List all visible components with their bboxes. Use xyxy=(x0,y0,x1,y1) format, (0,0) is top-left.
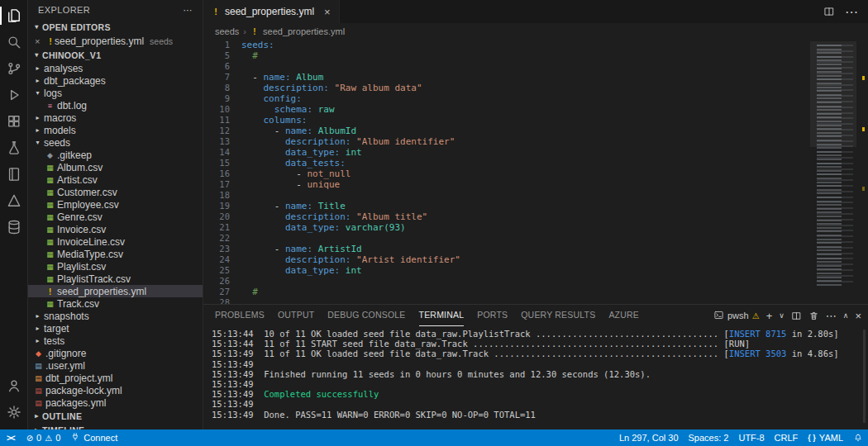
remote-indicator[interactable]: >< xyxy=(0,429,21,446)
close-panel-icon[interactable]: × xyxy=(855,310,861,322)
close-icon[interactable]: × xyxy=(35,36,46,46)
tree-item-dbt-packages[interactable]: ▸dbt_packages xyxy=(28,74,203,87)
maximize-panel-icon[interactable]: ∧ xyxy=(843,311,849,320)
open-editors-header[interactable]: ▾ OPEN EDITORS xyxy=(28,20,203,34)
settings-icon[interactable] xyxy=(0,399,27,425)
panel-tab-ports[interactable]: PORTS xyxy=(477,305,508,326)
tree-item-playlisttrack-csv[interactable]: ▦PlaylistTrack.csv xyxy=(28,273,203,285)
open-editor-item[interactable]: × ! seed_properties.yml seeds xyxy=(28,34,203,48)
csv-file-icon: ▦ xyxy=(44,238,56,246)
main-area: EXPLORER ⋯ ▾ OPEN EDITORS × ! seed_prope… xyxy=(0,0,868,429)
terminal-profile[interactable]: pwsh ⚠ xyxy=(713,310,760,322)
problems-status[interactable]: ⊘ 0 ⚠ 0 xyxy=(21,429,66,446)
accounts-icon[interactable] xyxy=(0,372,27,399)
tree-item-tests[interactable]: ▸tests xyxy=(28,334,203,347)
warning-file-icon: ! xyxy=(46,36,55,46)
cursor-position[interactable]: Ln 297, Col 30 xyxy=(614,429,684,446)
warnings-icon: ⚠ xyxy=(45,434,52,443)
run-and-debug-icon[interactable] xyxy=(0,82,27,108)
tree-item-customer-csv[interactable]: ▦Customer.csv xyxy=(28,186,203,198)
terminal-line-2: 15:13:44 11 of 11 START seed file data_r… xyxy=(212,339,861,349)
tree-item-snapshots[interactable]: ▸snapshots xyxy=(28,310,203,322)
tree-item--gitignore[interactable]: ◆.gitignore xyxy=(28,347,203,359)
tree-item-package-lock-yml[interactable]: ▤package-lock.yml xyxy=(28,384,203,396)
extensions-icon[interactable] xyxy=(0,108,27,135)
breadcrumb-folder[interactable]: seeds xyxy=(215,26,239,36)
code-line-21: 21 data_type: varchar(93) xyxy=(203,222,868,233)
panel-tab-problems[interactable]: PROBLEMS xyxy=(215,305,265,326)
tree-item-target[interactable]: ▸target xyxy=(28,322,203,334)
minimap[interactable] xyxy=(812,41,858,304)
panel-tab-query-results[interactable]: QUERY RESULTS xyxy=(521,305,595,326)
tree-item-analyses[interactable]: ▸analyses xyxy=(28,62,203,74)
tree-item-seed-properties-yml[interactable]: !seed_properties.yml xyxy=(28,285,203,297)
tree-item-invoiceline-csv[interactable]: ▦InvoiceLine.csv xyxy=(28,235,203,248)
tree-item--gitkeep[interactable]: ◆.gitkeep xyxy=(28,149,203,161)
terminal-scrollbar[interactable] xyxy=(863,330,866,423)
database-icon[interactable] xyxy=(0,214,27,240)
notifications-bell-icon[interactable] xyxy=(848,429,868,446)
panel-tab-terminal[interactable]: TERMINAL xyxy=(419,305,465,326)
split-terminal-icon[interactable] xyxy=(791,311,802,321)
workspace-header[interactable]: ▾ CHINOOK_V1 xyxy=(28,48,203,62)
tree-item-macros[interactable]: ▸macros xyxy=(28,112,203,124)
language-mode[interactable]: { } YAML xyxy=(803,429,848,446)
tree-item-label: macros xyxy=(44,112,76,124)
timeline-header[interactable]: ▸ TIMELINE xyxy=(28,423,203,429)
explorer-icon[interactable] xyxy=(0,2,27,29)
eol-sequence[interactable]: CRLF xyxy=(770,429,804,446)
breadcrumb-file[interactable]: seed_properties.yml xyxy=(263,26,345,36)
tree-item-track-csv[interactable]: ▦Track.csv xyxy=(28,297,203,310)
code-line-6: 6 xyxy=(203,61,868,72)
code-line-22: 22 xyxy=(203,233,868,244)
tab-seed-properties[interactable]: ! seed_properties.yml × xyxy=(203,0,340,23)
code-line-12: 12 - name: AlbumId xyxy=(203,126,868,136)
code-line-10: 10 schema: raw xyxy=(203,104,868,115)
tree-item-label: Artist.csv xyxy=(57,174,98,186)
tree-item--user-yml[interactable]: ▤.user.yml xyxy=(28,359,203,372)
tree-item-artist-csv[interactable]: ▦Artist.csv xyxy=(28,173,203,186)
tree-item-genre-csv[interactable]: ▦Genre.csv xyxy=(28,211,203,223)
minimap-slider[interactable] xyxy=(810,41,856,147)
terminal[interactable]: 15:13:44 10 of 11 OK loaded seed file da… xyxy=(203,326,868,429)
indentation[interactable]: Spaces: 2 xyxy=(684,429,734,446)
search-icon[interactable] xyxy=(0,29,27,55)
more-actions-icon[interactable]: ⋯ xyxy=(826,310,837,322)
azure-icon[interactable] xyxy=(0,187,27,214)
tree-item-playlist-csv[interactable]: ▦Playlist.csv xyxy=(28,260,203,273)
tree-item-models[interactable]: ▸models xyxy=(28,124,203,136)
tree-item-album-csv[interactable]: ▦Album.csv xyxy=(28,161,203,173)
code-line-14: 14 data_type: int xyxy=(203,147,868,158)
tree-item-employee-csv[interactable]: ▦Employee.csv xyxy=(28,198,203,211)
more-actions-icon[interactable]: ⋯ xyxy=(845,4,858,20)
kill-terminal-icon[interactable] xyxy=(808,311,819,321)
activity-bar xyxy=(0,0,28,429)
tree-item-mediatype-csv[interactable]: ▦MediaType.csv xyxy=(28,248,203,260)
line-number: 26 xyxy=(203,276,241,287)
notebook-icon[interactable] xyxy=(0,161,27,187)
source-control-icon[interactable] xyxy=(0,55,27,82)
tree-item-dbt-project-yml[interactable]: ▤dbt_project.yml xyxy=(28,372,203,384)
close-icon[interactable]: × xyxy=(324,6,331,18)
split-editor-icon[interactable] xyxy=(823,6,835,17)
tree-item-logs[interactable]: ▾logs xyxy=(28,87,203,99)
tree-item-label: .gitignore xyxy=(45,348,86,359)
tree-item-packages-yml[interactable]: ▤packages.yml xyxy=(28,396,203,409)
code-editor[interactable]: 1seeds:5 #67 - name: Album8 description:… xyxy=(203,40,868,304)
panel-tab-debug-console[interactable]: DEBUG CONSOLE xyxy=(327,305,405,326)
outline-header[interactable]: ▸ OUTLINE xyxy=(28,409,203,423)
tree-item-seeds[interactable]: ▾seeds xyxy=(28,136,203,149)
chevron-down-icon[interactable]: ∨ xyxy=(779,311,785,320)
new-terminal-icon[interactable]: + xyxy=(766,310,773,322)
tree-item-dbt-log[interactable]: ≡dbt.log xyxy=(28,99,203,112)
encoding[interactable]: UTF-8 xyxy=(733,429,769,446)
shell-label: pwsh xyxy=(727,311,749,320)
more-actions-icon[interactable]: ⋯ xyxy=(184,5,193,16)
panel-tab-output[interactable]: OUTPUT xyxy=(278,305,314,326)
chevron-right-icon: ▸ xyxy=(32,337,43,344)
panel-tab-azure[interactable]: AZURE xyxy=(608,305,639,326)
connect-button[interactable]: Connect xyxy=(65,429,122,446)
terminal-line-9: 15:13:49 Done. PASS=11 WARN=0 ERROR=0 SK… xyxy=(212,410,861,420)
testing-icon[interactable] xyxy=(0,135,27,161)
tree-item-invoice-csv[interactable]: ▦Invoice.csv xyxy=(28,223,203,235)
